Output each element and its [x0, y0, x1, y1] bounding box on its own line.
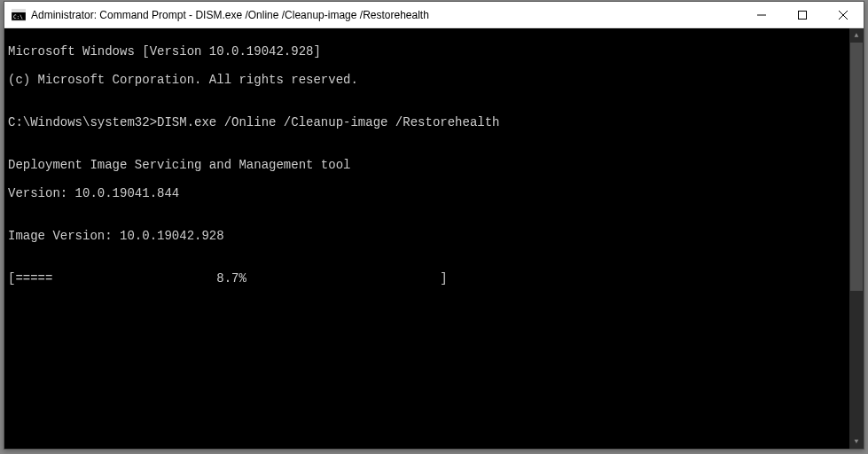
os-version-line: Microsoft Windows [Version 10.0.19042.92… — [8, 44, 860, 59]
scrollbar-thumb[interactable] — [850, 43, 863, 291]
image-version-line: Image Version: 10.0.19042.928 — [8, 229, 860, 243]
window-title: Administrator: Command Prompt - DISM.exe… — [31, 9, 741, 21]
titlebar[interactable]: C:\ Administrator: Command Prompt - DISM… — [4, 2, 864, 28]
svg-text:C:\: C:\ — [13, 13, 23, 20]
svg-rect-1 — [12, 10, 26, 12]
maximize-button[interactable] — [782, 2, 823, 28]
prompt-command-line: C:\Windows\system32>DISM.exe /Online /Cl… — [8, 115, 860, 129]
minimize-button[interactable] — [741, 2, 782, 28]
scroll-down-icon[interactable]: ▼ — [849, 434, 864, 449]
terminal-output[interactable]: Microsoft Windows [Version 10.0.19042.92… — [4, 28, 864, 449]
command-prompt-window: C:\ Administrator: Command Prompt - DISM… — [4, 1, 864, 450]
cmd-icon: C:\ — [12, 8, 26, 22]
close-button[interactable] — [823, 2, 864, 28]
dism-title-line: Deployment Image Servicing and Managemen… — [8, 158, 860, 172]
vertical-scrollbar[interactable]: ▲ ▼ — [849, 28, 864, 449]
dism-version-line: Version: 10.0.19041.844 — [8, 186, 860, 200]
window-controls — [741, 2, 864, 27]
progress-bar-line: [===== 8.7% ] — [8, 271, 860, 286]
svg-rect-4 — [799, 12, 807, 20]
copyright-line: (c) Microsoft Corporation. All rights re… — [8, 73, 860, 87]
scroll-up-icon[interactable]: ▲ — [849, 28, 864, 43]
